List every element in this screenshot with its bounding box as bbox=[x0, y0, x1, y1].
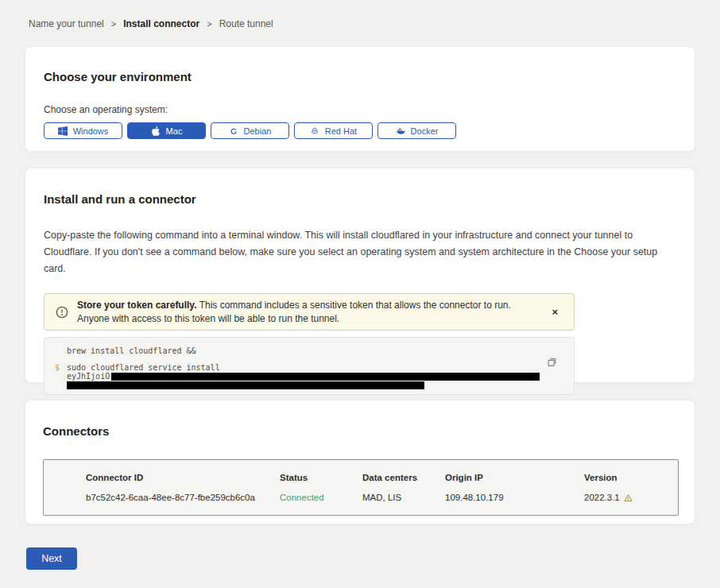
windows-icon bbox=[58, 126, 68, 136]
breadcrumb-name-your-tunnel[interactable]: Name your tunnel bbox=[29, 18, 104, 29]
environment-card: Choose your environment Choose an operat… bbox=[25, 46, 695, 152]
connectors-table: Connector ID Status Data centers Origin … bbox=[43, 459, 679, 516]
version-warning-icon bbox=[624, 493, 633, 502]
os-button-label: Windows bbox=[73, 126, 109, 136]
os-button-label: Docker bbox=[411, 126, 439, 136]
copy-command-button[interactable] bbox=[545, 355, 559, 369]
os-button-mac[interactable]: Mac bbox=[127, 122, 206, 139]
os-button-redhat[interactable]: Red Hat bbox=[294, 122, 373, 139]
token-warning-text: Store your token carefully. This command… bbox=[77, 299, 538, 325]
connectors-table-header: Connector ID Status Data centers Origin … bbox=[86, 473, 662, 482]
os-button-debian[interactable]: Debian bbox=[211, 122, 289, 139]
connectors-card-title: Connectors bbox=[43, 424, 676, 438]
os-button-label: Mac bbox=[166, 126, 183, 136]
debian-icon bbox=[229, 126, 238, 136]
data-centers-value: MAD, LIS bbox=[362, 493, 445, 502]
os-button-docker[interactable]: Docker bbox=[377, 122, 456, 139]
connectors-card: Connectors Connector ID Status Data cent… bbox=[25, 400, 695, 524]
table-row: b7c52c42-6caa-48ee-8c77-fbe259cb6c0a Con… bbox=[86, 493, 662, 502]
token-warning-banner: Store your token carefully. This command… bbox=[44, 293, 575, 331]
breadcrumb-install-connector[interactable]: Install connector bbox=[123, 18, 199, 29]
os-button-windows[interactable]: Windows bbox=[44, 122, 122, 139]
col-header-status: Status bbox=[280, 473, 362, 482]
os-select-label: Choose an operating system: bbox=[44, 104, 676, 115]
col-header-connector-id: Connector ID bbox=[86, 473, 280, 482]
docker-icon bbox=[396, 126, 405, 136]
code-line-sudo: $sudo cloudflared service install bbox=[67, 363, 574, 372]
status-badge: Connected bbox=[280, 493, 362, 502]
os-button-group: Windows Mac Debian Red Hat Docker bbox=[44, 122, 676, 139]
banner-close-button[interactable]: × bbox=[547, 305, 563, 319]
redacted-token-bar bbox=[67, 381, 424, 389]
redacted-token-bar bbox=[111, 373, 540, 381]
connector-id-value: b7c52c42-6caa-48ee-8c77-fbe259cb6c0a bbox=[86, 493, 280, 502]
code-line-token-2 bbox=[67, 381, 574, 389]
install-card-title: Install and run a connector bbox=[44, 192, 676, 206]
code-line-brew: brew install cloudflared && bbox=[67, 346, 574, 355]
install-command-code-block: brew install cloudflared &&$sudo cloudfl… bbox=[44, 337, 575, 395]
os-button-label: Debian bbox=[244, 126, 272, 136]
next-button[interactable]: Next bbox=[26, 547, 77, 570]
origin-ip-value: 109.48.10.179 bbox=[445, 493, 584, 502]
version-value: 2022.3.1 bbox=[584, 493, 662, 502]
apple-icon bbox=[151, 126, 161, 136]
install-description: Copy-paste the following command into a … bbox=[44, 227, 673, 277]
shell-prompt: $ bbox=[55, 363, 60, 372]
install-card: Install and run a connector Copy-paste t… bbox=[25, 168, 695, 383]
code-line-token: eyJhIjoiO bbox=[67, 372, 574, 381]
breadcrumb-route-tunnel[interactable]: Route tunnel bbox=[219, 18, 273, 29]
os-button-label: Red Hat bbox=[325, 126, 357, 136]
breadcrumb-separator: > bbox=[207, 19, 211, 29]
environment-card-title: Choose your environment bbox=[44, 70, 676, 83]
col-header-origin-ip: Origin IP bbox=[445, 473, 584, 482]
breadcrumb-separator: > bbox=[111, 19, 116, 29]
col-header-data-centers: Data centers bbox=[362, 473, 445, 482]
col-header-version: Version bbox=[584, 473, 662, 482]
redhat-icon bbox=[310, 126, 319, 136]
alert-circle-icon bbox=[56, 306, 68, 319]
breadcrumb: Name your tunnel > Install connector > R… bbox=[29, 18, 720, 29]
